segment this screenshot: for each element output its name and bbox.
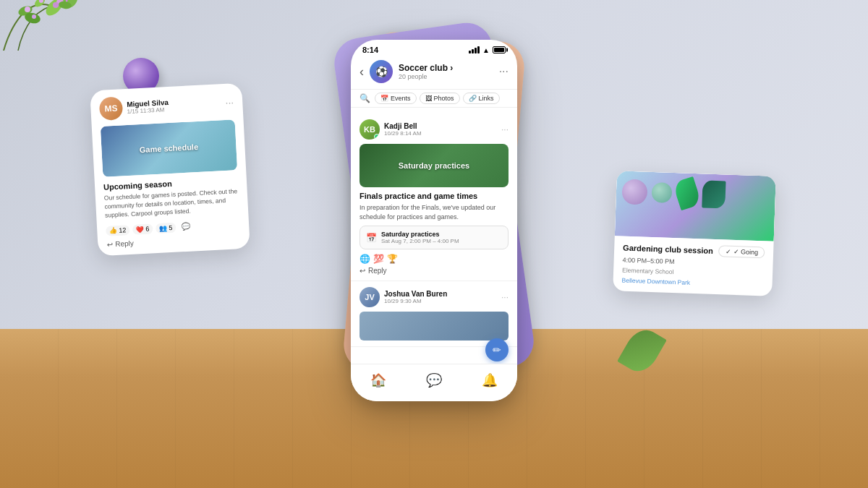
message-1-more[interactable]: ··· bbox=[501, 124, 509, 134]
card-left-post: MS Miguel Silva 1/15 11:33 AM ··· Game s… bbox=[90, 83, 250, 256]
links-icon: 🔗 bbox=[469, 95, 477, 102]
message-item-1: KB Kadji Bell 10/29 8:14 AM ··· Saturday… bbox=[351, 114, 517, 281]
garden-dark-shape bbox=[702, 180, 726, 208]
event-card-1[interactable]: 📅 Saturday practices Sat Aug 7, 2:00 PM … bbox=[359, 226, 509, 249]
bottom-nav: 🏠 💬 🔔 bbox=[351, 364, 517, 401]
message-1-body: In preparation for the Finals, we've upd… bbox=[359, 203, 509, 221]
card-left-reply-label: Reply bbox=[115, 239, 134, 247]
message-item-2: JV Joshua Van Buren 10/29 9:30 AM ··· bbox=[351, 281, 517, 347]
messages-content: KB Kadji Bell 10/29 8:14 AM ··· Saturday… bbox=[351, 108, 517, 368]
message-1-title: Finals practice and game times bbox=[359, 192, 509, 200]
battery-icon bbox=[493, 46, 506, 53]
event-details: Saturday practices Sat Aug 7, 2:00 PM – … bbox=[381, 231, 459, 244]
wifi-icon: ▲ bbox=[482, 46, 490, 54]
group-emoji: 👥 bbox=[159, 224, 168, 232]
going-label: ✓ Going bbox=[733, 248, 758, 256]
message-2-header: JV Joshua Van Buren 10/29 9:30 AM ··· bbox=[359, 287, 509, 307]
message-2-time: 10/29 9:30 AM bbox=[384, 298, 497, 304]
group-name[interactable]: Soccer club › bbox=[399, 63, 493, 73]
back-button[interactable]: ‹ bbox=[359, 64, 364, 80]
phone-header: ‹ ⚽ Soccer club › 20 people ··· bbox=[351, 57, 517, 90]
status-bar: 8:14 ▲ bbox=[351, 40, 517, 57]
phone-main: 8:14 ▲ ‹ ⚽ Soccer club › 20 people ··· 🔍 bbox=[351, 40, 517, 401]
card-right-content: Gardening club session ✓ ✓ Going 4:00 PM… bbox=[613, 236, 774, 296]
heart-emoji: ❤️ bbox=[136, 226, 145, 234]
chip-events[interactable]: 📅 Events bbox=[375, 93, 417, 104]
chip-links[interactable]: 🔗 Links bbox=[463, 93, 500, 104]
group-count: 20 people bbox=[399, 73, 493, 80]
event-right-title: Gardening club session bbox=[623, 244, 713, 255]
online-indicator bbox=[374, 134, 380, 140]
card-right-event: Gardening club session ✓ ✓ Going 4:00 PM… bbox=[613, 171, 776, 296]
card-left-avatar: MS bbox=[99, 96, 124, 121]
bar4 bbox=[477, 46, 480, 53]
chip-photos[interactable]: 🖼 Photos bbox=[420, 93, 460, 104]
reply-button-1[interactable]: ↩ Reply bbox=[359, 267, 509, 275]
group-avatar: ⚽ bbox=[370, 60, 393, 83]
sender-2-name: Joshua Van Buren bbox=[384, 290, 497, 298]
reaction-thumbs: 👍 12 bbox=[106, 225, 130, 236]
signal-icon bbox=[469, 46, 480, 53]
bar2 bbox=[472, 49, 474, 53]
heart-count: 6 bbox=[145, 225, 150, 232]
card-left-more[interactable]: ··· bbox=[225, 96, 234, 108]
reaction-avatars: 👥 5 bbox=[156, 222, 176, 233]
garden-leaf bbox=[672, 176, 702, 210]
nav-chat-button[interactable]: 💬 bbox=[426, 372, 442, 388]
more-options-button[interactable]: ··· bbox=[499, 65, 509, 78]
chip-links-label: Links bbox=[479, 95, 494, 102]
chip-events-label: Events bbox=[391, 95, 411, 102]
reply-arrow-icon-1: ↩ bbox=[359, 267, 365, 275]
message-2-more[interactable]: ··· bbox=[501, 292, 509, 302]
filter-chips: 📅 Events 🖼 Photos 🔗 Links bbox=[375, 93, 500, 104]
card-right-image bbox=[615, 171, 776, 241]
battery-fill bbox=[494, 48, 504, 52]
reaction-trophy[interactable]: 🏆 bbox=[387, 254, 398, 264]
sender-1-info: Kadji Bell 10/29 8:14 AM bbox=[384, 122, 497, 137]
search-icon[interactable]: 🔍 bbox=[359, 93, 370, 103]
plant-decoration bbox=[0, 0, 127, 51]
message-1-image: Saturday practices bbox=[359, 144, 509, 187]
sphere-teal bbox=[651, 182, 672, 203]
bar3 bbox=[475, 48, 477, 53]
going-badge[interactable]: ✓ ✓ Going bbox=[718, 245, 765, 258]
status-time: 8:14 bbox=[362, 46, 378, 54]
chip-photos-label: Photos bbox=[434, 95, 454, 102]
message-2-image bbox=[359, 312, 509, 341]
event-right-park: Bellevue Downtown Park bbox=[622, 277, 764, 289]
card-left-body: Our schedule for games is posted. Check … bbox=[104, 187, 240, 220]
message-1-reactions: 🌐 💯 🏆 bbox=[359, 254, 509, 264]
sender-1-avatar: KB bbox=[359, 119, 380, 140]
reaction-globe[interactable]: 🌐 bbox=[359, 254, 370, 264]
group-info: Soccer club › 20 people bbox=[399, 63, 493, 80]
message-1-header: KB Kadji Bell 10/29 8:14 AM ··· bbox=[359, 119, 509, 140]
svg-point-7 bbox=[32, 14, 36, 19]
reaction-more: 💬 bbox=[182, 223, 191, 231]
message-1-time: 10/29 8:14 AM bbox=[384, 130, 497, 137]
message-1-image-label: Saturday practices bbox=[399, 161, 469, 170]
nav-home-button[interactable]: 🏠 bbox=[370, 372, 386, 388]
nav-bell-button[interactable]: 🔔 bbox=[482, 372, 498, 388]
card-left-reactions: 👍 12 ❤️ 6 👥 5 💬 bbox=[106, 219, 240, 236]
reply-arrow-icon: ↩ bbox=[106, 240, 113, 248]
checkmark-icon: ✓ bbox=[725, 248, 731, 255]
compose-fab-button[interactable]: ✏ bbox=[485, 338, 509, 361]
card-left-time: 1/15 11:33 AM bbox=[127, 106, 169, 115]
card-left-reply-btn[interactable]: ↩ Reply bbox=[106, 234, 241, 249]
card-left-image: Game schedule bbox=[101, 119, 237, 177]
compose-icon: ✏ bbox=[493, 344, 501, 356]
event-1-title: Saturday practices bbox=[381, 231, 459, 238]
reaction-100[interactable]: 💯 bbox=[373, 254, 384, 264]
event-1-time: Sat Aug 7, 2:00 PM – 4:00 PM bbox=[381, 238, 459, 244]
card-left-image-label: Game schedule bbox=[140, 142, 199, 154]
sender-1-name: Kadji Bell bbox=[384, 122, 497, 130]
sender-2-info: Joshua Van Buren 10/29 9:30 AM bbox=[384, 290, 497, 304]
photos-icon: 🖼 bbox=[425, 95, 432, 102]
svg-point-6 bbox=[25, 7, 30, 12]
event-calendar-icon: 📅 bbox=[366, 233, 377, 243]
garden-decoration bbox=[621, 176, 770, 210]
sphere-purple bbox=[621, 179, 647, 205]
events-icon: 📅 bbox=[380, 95, 388, 102]
reply-label-1: Reply bbox=[368, 267, 387, 275]
status-icons: ▲ bbox=[469, 46, 506, 54]
